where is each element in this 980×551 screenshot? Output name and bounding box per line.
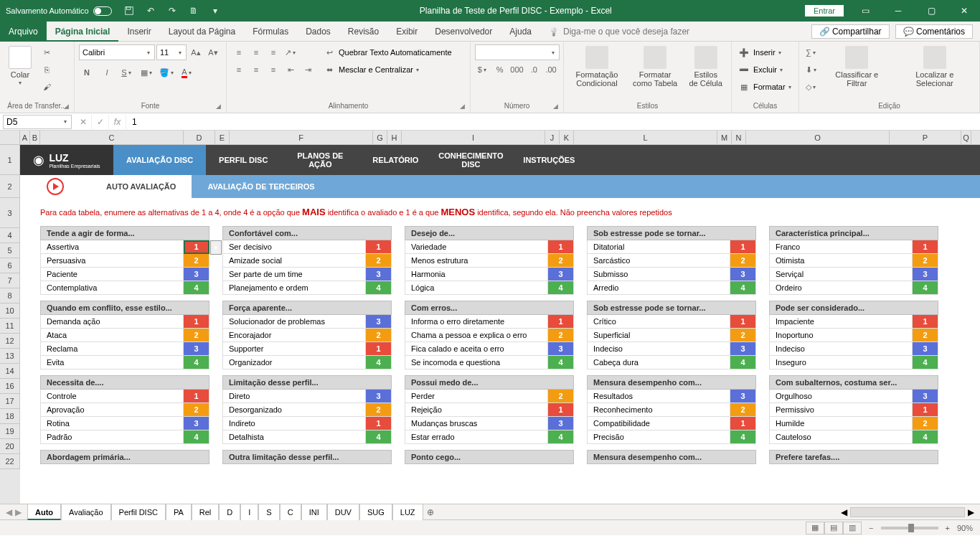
column-header[interactable]: L <box>574 131 717 144</box>
undo-icon[interactable]: ↶ <box>145 5 156 17</box>
sheet-tab[interactable]: Rel <box>192 504 220 520</box>
row-header[interactable]: 6 <box>0 258 20 273</box>
ribbon-tab-dados[interactable]: Dados <box>297 22 339 42</box>
play-button[interactable] <box>20 175 90 198</box>
autosave-toggle[interactable]: Salvamento Automático <box>0 6 118 16</box>
hscroll-left-icon[interactable]: ◀ <box>841 507 847 517</box>
table-value-cell[interactable]: 2 <box>184 403 209 417</box>
ribbon-tab-fórmulas[interactable]: Fórmulas <box>244 22 297 42</box>
table-value-cell[interactable]: 2 <box>913 417 938 430</box>
table-value-cell[interactable]: 4 <box>184 430 209 444</box>
table-value-cell[interactable]: 4 <box>913 281 938 295</box>
table-value-cell[interactable]: 2 <box>366 329 392 342</box>
column-header[interactable]: P <box>890 131 961 144</box>
zoom-in-icon[interactable]: + <box>946 524 950 532</box>
table-value-cell[interactable]: 2 <box>730 403 756 417</box>
align-top-icon[interactable]: ≡ <box>231 44 247 60</box>
page-layout-view-icon[interactable]: ▤ <box>824 522 843 534</box>
column-header[interactable]: N <box>732 131 746 144</box>
ribbon-tab-arquivo[interactable]: Arquivo <box>0 22 47 42</box>
font-color-icon[interactable]: A <box>179 65 195 80</box>
table-value-cell[interactable]: 2 <box>913 254 938 268</box>
format-as-table-button[interactable]: Formatar como Tabela <box>628 44 682 89</box>
copy-icon[interactable]: ⎘ <box>39 62 55 77</box>
column-header[interactable]: K <box>560 131 574 144</box>
sheet-tab[interactable]: DUV <box>327 504 359 520</box>
table-value-cell[interactable]: 1 <box>730 240 756 254</box>
border-icon[interactable]: ▦ <box>139 65 155 80</box>
row-header[interactable]: 14 <box>0 364 20 379</box>
sheet-tab[interactable]: I <box>240 504 258 520</box>
row-header[interactable]: 11 <box>0 319 20 334</box>
nav-tab[interactable]: RELATÓRIO <box>359 145 431 175</box>
minimize-icon[interactable]: ─ <box>882 0 914 22</box>
nav-tab[interactable]: PERFIL DISC <box>206 145 281 175</box>
sheet-tab[interactable]: D <box>219 504 240 520</box>
table-value-cell[interactable]: 1 <box>366 417 392 430</box>
dialog-launcher-icon[interactable]: ◢ <box>64 103 72 111</box>
decrease-decimal-icon[interactable]: .00 <box>543 62 559 77</box>
fill-color-icon[interactable]: 🪣 <box>159 65 175 80</box>
column-header[interactable]: E <box>215 131 230 144</box>
table-value-cell[interactable]: 3 <box>913 342 938 356</box>
find-select-button[interactable]: Localizar e Selecionar <box>895 44 975 89</box>
table-value-cell[interactable]: 4 <box>184 281 209 295</box>
row-header[interactable]: 7 <box>0 273 20 288</box>
table-value-cell[interactable]: 3 <box>366 315 392 329</box>
column-header[interactable]: I <box>402 131 545 144</box>
row-header[interactable]: 17 <box>0 394 20 409</box>
add-sheet-button[interactable]: ⊕ <box>423 507 438 517</box>
name-box[interactable]: D5 <box>3 115 72 129</box>
table-value-cell[interactable]: 4 <box>184 356 209 369</box>
number-format-combo[interactable] <box>475 44 560 60</box>
table-value-cell[interactable]: 3 <box>184 268 209 281</box>
row-header[interactable]: 20 <box>0 439 20 454</box>
table-value-cell[interactable]: 1 <box>366 240 392 254</box>
enter-formula-icon[interactable]: ✓ <box>92 115 109 129</box>
table-value-cell[interactable]: 3 <box>730 390 756 403</box>
redo-icon[interactable]: ↷ <box>166 5 178 17</box>
subnav-tab[interactable]: AUTO AVALIAÇÃO <box>90 175 192 198</box>
align-middle-icon[interactable]: ≡ <box>248 44 264 60</box>
row-header[interactable]: 4 <box>0 228 20 243</box>
delete-cells-button[interactable]: ➖Excluir <box>736 62 794 77</box>
table-value-cell[interactable]: 4 <box>730 430 756 444</box>
cancel-formula-icon[interactable]: ✕ <box>75 115 92 129</box>
comments-button[interactable]: 💬 Comentários <box>895 24 973 39</box>
table-value-cell[interactable]: 2 <box>366 254 392 268</box>
signin-button[interactable]: Entrar <box>805 5 844 17</box>
table-value-cell[interactable]: 1 <box>184 315 209 329</box>
zoom-level[interactable]: 90% <box>957 524 973 532</box>
bold-button[interactable]: N <box>79 65 95 80</box>
table-value-cell[interactable]: 4 <box>548 356 574 369</box>
sheet-tab[interactable]: SUG <box>359 504 392 520</box>
table-value-cell[interactable]: 4 <box>730 281 756 295</box>
column-header[interactable]: Q <box>961 131 971 144</box>
ribbon-tab-exibir[interactable]: Exibir <box>387 22 426 42</box>
table-value-cell[interactable]: 2 <box>913 329 938 342</box>
table-value-cell[interactable]: 3 <box>548 268 574 281</box>
horizontal-scrollbar[interactable] <box>850 507 965 517</box>
decrease-indent-icon[interactable]: ⇤ <box>283 62 298 77</box>
sort-filter-button[interactable]: Classificar e Filtrar <box>822 44 892 89</box>
table-value-cell[interactable]: 3 <box>730 268 756 281</box>
cell-dropdown-icon[interactable] <box>210 240 222 255</box>
zoom-slider[interactable] <box>881 527 938 529</box>
comma-icon[interactable]: 000 <box>509 62 525 77</box>
underline-button[interactable]: S <box>119 65 135 80</box>
table-value-cell[interactable]: 2 <box>184 254 209 268</box>
ribbon-tab-revisão[interactable]: Revisão <box>339 22 387 42</box>
normal-view-icon[interactable]: ▦ <box>806 522 824 534</box>
nav-tab[interactable]: CONHECIMENTO DISC <box>431 145 510 175</box>
ribbon-tab-layout-da-página[interactable]: Layout da Página <box>160 22 244 42</box>
table-value-cell[interactable]: 3 <box>184 342 209 356</box>
table-value-cell[interactable]: 1 <box>913 315 938 329</box>
currency-icon[interactable]: $ <box>475 62 491 77</box>
merge-button[interactable]: ⬌Mesclar e Centralizar <box>321 62 452 77</box>
row-header[interactable]: 10 <box>0 303 20 319</box>
table-value-cell[interactable]: 1 <box>548 240 574 254</box>
sheet-tab[interactable]: S <box>258 504 279 520</box>
row-header[interactable]: 19 <box>0 424 20 439</box>
fx-icon[interactable]: fx <box>109 115 126 129</box>
table-value-cell[interactable]: 4 <box>548 430 574 444</box>
